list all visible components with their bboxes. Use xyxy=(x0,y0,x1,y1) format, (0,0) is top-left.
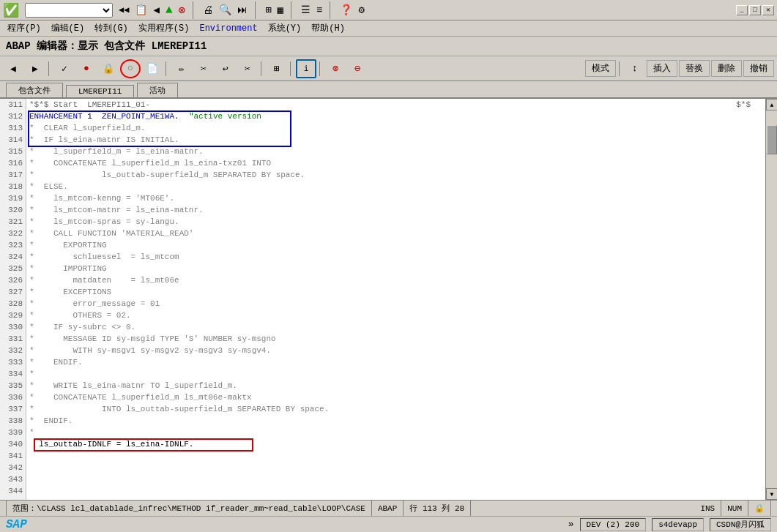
tab-active[interactable]: 活动 xyxy=(137,83,178,97)
code-line-332[interactable]: * WITH sy-msgv1 sy-msgv2 sy-msgv3 sy-msg… xyxy=(26,345,765,356)
tb2-arrow2-icon[interactable]: ↕ xyxy=(625,59,645,78)
menu-help[interactable]: 帮助(H) xyxy=(307,20,349,36)
ln-335: 335 xyxy=(0,380,26,391)
tab-bar: 包含文件 LMEREPI11 活动 xyxy=(0,81,777,99)
sap-logo: SAP xyxy=(6,518,27,531)
grid2-icon[interactable]: ▦ xyxy=(278,4,283,16)
nav-next-icon[interactable]: ⏭ xyxy=(237,4,248,16)
code-line-316[interactable]: * CONCATENATE l_superfield_m ls_eina-txz… xyxy=(26,157,765,169)
close-button[interactable]: ✕ xyxy=(762,5,774,15)
minimize-button[interactable]: _ xyxy=(736,5,748,15)
tb2-mark-icon[interactable]: ● xyxy=(76,59,97,78)
tb2-grid-icon[interactable]: ⊞ xyxy=(267,59,287,78)
code-line-334[interactable]: * xyxy=(26,368,765,380)
nav-back-icon[interactable]: ◀ xyxy=(153,4,159,16)
code-line-325[interactable]: * IMPORTING xyxy=(26,263,765,274)
tb2-edit-icon[interactable]: ✏ xyxy=(171,59,192,78)
tb2-info-icon[interactable]: i xyxy=(296,59,316,78)
code-line-318[interactable]: * ELSE. xyxy=(26,181,765,192)
maximize-button[interactable]: □ xyxy=(749,5,761,15)
code-line-314[interactable]: * IF ls_eina-matnr IS INITIAL. xyxy=(26,134,765,146)
code-line-326[interactable]: * matdaten = ls_mt06e xyxy=(26,274,765,286)
scroll-down-button[interactable]: ▼ xyxy=(766,488,777,500)
code-line-344[interactable] xyxy=(26,485,765,497)
code-line-313[interactable]: * CLEAR l_superfield_m. xyxy=(26,122,765,134)
code-line-337[interactable]: * INTO ls_outtab-superfield_m SEPARATED … xyxy=(26,403,765,415)
code-line-315[interactable]: * l_superfield_m = ls_eina-matnr. xyxy=(26,146,765,157)
tb2-lock-icon[interactable]: 🔒 xyxy=(98,59,119,78)
code-line-312[interactable]: ENHANCEMENT 1 ZEN_POINT_ME1WA. "active v… xyxy=(26,110,765,122)
scroll-thumb[interactable] xyxy=(767,125,777,154)
code-line-338[interactable]: * ENDIF. xyxy=(26,415,765,427)
lock-icon: 🔒 xyxy=(754,503,765,513)
code-column[interactable]: *$*$ Start LMEREPI11_01- $*$ ENHANCEMENT… xyxy=(26,99,765,500)
grid-icon[interactable]: ⊞ xyxy=(265,4,271,16)
code-line-311[interactable]: *$*$ Start LMEREPI11_01- $*$ xyxy=(26,99,765,110)
tb2-warn-icon[interactable]: ⊗ xyxy=(325,59,346,78)
tb2-arrow-icon[interactable]: ↩ xyxy=(215,59,236,78)
status-bar: 范围：\CLASS lcl_datablade_infrec\METHOD if… xyxy=(0,500,777,516)
status-num-text: NUM xyxy=(727,504,742,513)
code-line-341[interactable] xyxy=(26,450,765,462)
tab-include[interactable]: 包含文件 xyxy=(6,83,63,97)
tb2-cut2-icon[interactable]: ✂ xyxy=(237,59,258,78)
code-line-342[interactable] xyxy=(26,462,765,473)
settings-icon[interactable]: ⚙ xyxy=(358,4,364,16)
code-line-340[interactable]: ls_outtab-IDNLF = ls_eina-IDNLF. xyxy=(26,438,765,450)
code-line-324[interactable]: * schluessel = ls_mtcom xyxy=(26,251,765,263)
list-icon[interactable]: ☰ xyxy=(301,4,311,16)
ln-338: 338 xyxy=(0,415,26,427)
tb2-cancel-button[interactable]: 撤销 xyxy=(743,60,774,77)
nav-up-icon[interactable]: ▲ xyxy=(166,4,173,17)
list2-icon[interactable]: ≡ xyxy=(316,4,322,16)
code-line-345[interactable] xyxy=(26,497,765,500)
tb2-copy-icon[interactable]: 📄 xyxy=(142,59,163,78)
code-line-327[interactable]: * EXCEPTIONS xyxy=(26,286,765,298)
code-line-333[interactable]: * ENDIF. xyxy=(26,356,765,368)
code-line-339[interactable]: * xyxy=(26,427,765,438)
scroll-track[interactable] xyxy=(766,110,777,488)
code-line-323[interactable]: * EXPORTING xyxy=(26,239,765,251)
vertical-scrollbar[interactable]: ▲ ▼ xyxy=(765,99,777,500)
tb2-delete-button[interactable]: 删除 xyxy=(711,60,742,77)
help-icon[interactable]: ❓ xyxy=(340,4,352,16)
tb2-replace-button[interactable]: 替换 xyxy=(679,60,710,77)
nav-bookmark-icon[interactable]: 📋 xyxy=(135,4,147,16)
tab-lmerepi11[interactable]: LMEREPI11 xyxy=(66,85,134,97)
nav-stop-icon[interactable]: ⊗ xyxy=(179,3,186,18)
code-line-335[interactable]: * WRITE ls_eina-matnr TO l_superfield_m. xyxy=(26,380,765,391)
tb2-insert-button[interactable]: 插入 xyxy=(647,60,677,77)
code-line-322[interactable]: * CALL FUNCTION 'MATERIAL_READ' xyxy=(26,228,765,239)
bottom-arrows[interactable]: » xyxy=(568,519,574,530)
code-line-343[interactable] xyxy=(26,473,765,485)
tb2-cut-icon[interactable]: ✂ xyxy=(193,59,214,78)
scroll-up-button[interactable]: ▲ xyxy=(766,99,777,110)
window-controls: _ □ ✕ xyxy=(736,5,774,15)
address-input[interactable] xyxy=(25,3,113,18)
tb2-mode-button[interactable]: 模式 xyxy=(585,60,616,77)
menu-system[interactable]: 系统(Y) xyxy=(264,20,306,36)
tb2-ok-icon[interactable]: ⊖ xyxy=(347,59,368,78)
menu-goto[interactable]: 转到(G) xyxy=(90,20,133,36)
menu-edit[interactable]: 编辑(E) xyxy=(47,20,89,36)
tb2-back-icon[interactable]: ◀ xyxy=(3,59,23,78)
status-scope-text: 范围：\CLASS lcl_datablade_infrec\METHOD if… xyxy=(12,503,365,514)
code-line-328[interactable]: * error_message = 01 xyxy=(26,298,765,310)
tb2-circle-icon[interactable]: ○ xyxy=(120,59,141,78)
tb2-check-icon[interactable]: ✓ xyxy=(54,59,75,78)
code-line-336[interactable]: * CONCATENATE l_superfield_m ls_mt06e-ma… xyxy=(26,391,765,403)
code-line-331[interactable]: * MESSAGE ID sy-msgid TYPE 'S' NUMBER sy… xyxy=(26,333,765,345)
code-line-319[interactable]: * ls_mtcom-kenng = 'MT06E'. xyxy=(26,192,765,204)
nav-prev-icon[interactable]: ◀◀ xyxy=(119,4,129,15)
code-line-317[interactable]: * ls_outtab-superfield_m SEPARATED BY sp… xyxy=(26,169,765,181)
tb2-forward-icon[interactable]: ▶ xyxy=(25,59,45,78)
code-line-321[interactable]: * ls_mtcom-spras = sy-langu. xyxy=(26,216,765,228)
find-icon[interactable]: 🔍 xyxy=(219,4,231,16)
menu-program[interactable]: 程序(P) xyxy=(3,20,45,36)
code-line-320[interactable]: * ls_mtcom-matnr = ls_eina-matnr. xyxy=(26,204,765,216)
menu-utilities[interactable]: 实用程序(S) xyxy=(134,20,194,36)
code-line-329[interactable]: * OTHERS = 02. xyxy=(26,310,765,321)
menu-environment[interactable]: Environment xyxy=(195,22,261,35)
print-icon[interactable]: 🖨 xyxy=(203,4,213,16)
code-line-330[interactable]: * IF sy-subrc <> 0. xyxy=(26,321,765,333)
